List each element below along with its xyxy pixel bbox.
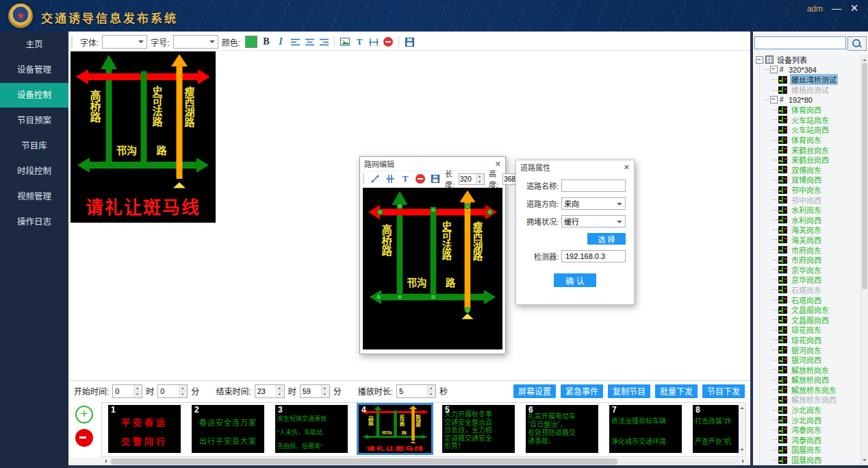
detector-input[interactable] <box>564 251 623 261</box>
tree-node[interactable]: 文昌阁岗东 <box>754 305 860 315</box>
tree-node-label[interactable]: 琼花岗东 <box>790 324 823 335</box>
program-thumbnail-2[interactable]: 2 春运安全连万家 出行平安靠大家 <box>192 405 264 453</box>
detector-field[interactable] <box>561 250 626 262</box>
tree-node[interactable]: 水利岗西 <box>754 215 860 225</box>
tree-node-label[interactable]: 水利岗东 <box>790 204 823 215</box>
tree-vertical-scrollbar[interactable] <box>860 55 868 465</box>
tree-node[interactable]: 邗中岗西 <box>754 195 860 205</box>
tree-node-label[interactable]: 水利岗西 <box>790 214 823 225</box>
draw-line-icon[interactable] <box>370 173 381 185</box>
tree-node-label[interactable]: 体育岗东 <box>790 134 823 145</box>
end-hour-spinner[interactable] <box>255 384 285 398</box>
sidebar-item-program-plan[interactable]: 节目预案 <box>0 108 68 133</box>
marquee-tool-icon[interactable] <box>368 36 379 48</box>
align-right-icon[interactable] <box>318 36 329 48</box>
tree-node[interactable]: 来鹤台岗东 <box>754 145 860 155</box>
tree-node[interactable]: 解放桥岗西 <box>754 375 860 385</box>
tree-node-label[interactable]: 来鹤台岗西 <box>790 154 830 165</box>
tree-node-label[interactable]: 沙北岗东 <box>790 404 823 415</box>
tree-expander-icon[interactable] <box>770 96 778 103</box>
tree-node[interactable]: 鸿泰岗东 <box>754 425 860 435</box>
tree-node[interactable]: 解放桥东岗西 <box>754 395 860 405</box>
road-name-input[interactable] <box>564 181 623 190</box>
tree-node[interactable]: 海关岗东 <box>754 225 860 235</box>
end-minute-input[interactable] <box>301 385 321 397</box>
device-search-input[interactable] <box>754 36 846 49</box>
tree-node[interactable]: 320*384 <box>754 65 860 75</box>
spinner-arrows[interactable] <box>321 385 329 397</box>
led-sign-preview[interactable] <box>71 51 216 223</box>
tree-node[interactable]: 解放桥东岗东 <box>754 385 860 395</box>
end-minute-spinner[interactable] <box>300 384 330 398</box>
close-icon[interactable]: ✕ <box>495 160 501 169</box>
search-button[interactable] <box>847 36 867 51</box>
program-thumbnail-3[interactable]: 3 发生轻微交通事故 “人未伤，车能动, 先拍照，后撤离” <box>275 405 348 453</box>
tree-node-label[interactable]: 海关岗东 <box>790 224 823 235</box>
tree-node[interactable]: 沙北岗东 <box>754 405 860 415</box>
tree-node-label[interactable]: 火车站岗西 <box>790 124 830 135</box>
tree-node-label[interactable]: 双博岗东 <box>790 164 823 175</box>
batch-send-button[interactable]: 批量下发 <box>655 384 698 398</box>
tree-node[interactable]: 鸿泰岗西 <box>754 435 860 445</box>
tree-node[interactable]: 火车站岗西 <box>754 125 860 135</box>
program-thumbnail-1[interactable]: 1 平安春运 交警同行 <box>108 405 181 453</box>
tree-node[interactable]: 琼花岗西 <box>754 335 860 345</box>
start-hour-spinner[interactable] <box>112 384 142 398</box>
tree-node-label[interactable]: 螺丝湾桥测试 <box>790 74 838 85</box>
add-program-button[interactable] <box>75 406 93 423</box>
duration-spinner[interactable] <box>396 384 436 398</box>
tree-node-label[interactable]: 来鹤台岗东 <box>790 145 830 156</box>
strip-horizontal-scrollbar[interactable] <box>68 458 750 465</box>
tree-node-label[interactable]: 维扬岗测试 <box>790 84 830 95</box>
sidebar-item-video-management[interactable]: 视频管理 <box>0 184 68 209</box>
tree-node-label[interactable]: 解放桥岗西 <box>790 374 830 385</box>
tree-node[interactable]: 国展岗东 <box>754 445 860 455</box>
delete-element-icon[interactable] <box>415 173 426 185</box>
sidebar-item-device-management[interactable]: 设备管理 <box>0 58 68 82</box>
remove-program-button[interactable] <box>75 429 93 447</box>
tree-node-label[interactable]: 石塔岗东 <box>790 284 823 295</box>
tree-node-label[interactable]: 文昌阁岗西 <box>790 315 830 325</box>
tree-node-label[interactable]: 琼花岗西 <box>790 334 823 345</box>
tree-node-label[interactable]: 鸿泰岗西 <box>790 434 823 445</box>
tree-node-label[interactable]: 国展岗东 <box>790 444 823 455</box>
scrollbar-thumb[interactable] <box>862 63 867 289</box>
align-left-icon[interactable] <box>290 36 301 48</box>
tree-node[interactable]: 设备列表 <box>754 55 860 65</box>
tree-node[interactable]: 双博岗东 <box>754 165 860 175</box>
program-thumbnail-4-selected[interactable]: 4 <box>359 405 431 453</box>
road-name-field[interactable] <box>561 180 626 192</box>
tree-node-label[interactable]: 市府岗东 <box>790 245 823 256</box>
tree-node-label[interactable]: 石塔岗西 <box>790 295 823 306</box>
sidebar-item-time-control[interactable]: 时段控制 <box>0 159 68 184</box>
tree-node[interactable]: 京华岗西 <box>754 275 860 285</box>
program-canvas[interactable]: 路网编辑 ✕ T 长度: <box>68 51 750 380</box>
tree-expander-icon[interactable] <box>756 56 763 64</box>
scrollbar-thumb[interactable] <box>111 458 617 465</box>
tree-node-label[interactable]: 双博岗西 <box>790 174 823 185</box>
tree-node[interactable]: 银河岗东 <box>754 345 860 355</box>
tree-node[interactable]: 沙北岗西 <box>754 415 860 425</box>
length-spinner[interactable] <box>459 173 485 185</box>
scroll-left-icon[interactable] <box>103 459 107 463</box>
tree-node[interactable]: 192*80 <box>754 95 860 105</box>
spinner-arrows[interactable] <box>133 385 142 397</box>
color-swatch[interactable] <box>245 36 257 48</box>
sidebar-item-program-library[interactable]: 节目库 <box>0 134 68 158</box>
tree-node-label[interactable]: 银河岗西 <box>790 354 823 365</box>
tree-node[interactable]: 水利岗东 <box>754 205 860 215</box>
dialog-titlebar[interactable]: 道路属性 ✕ <box>516 160 634 174</box>
node-tool-icon[interactable] <box>385 173 396 185</box>
copy-program-button[interactable]: 复制节目 <box>608 384 650 398</box>
tree-node[interactable]: 市府岗西 <box>754 255 860 265</box>
tree-node-label[interactable]: 京华岗东 <box>790 264 823 275</box>
minimize-button[interactable]: — <box>830 1 843 15</box>
program-thumbnail-6[interactable]: 6 扎实开展电动车 “百日整治”， 有效预防道路交 通事故。 <box>526 405 598 453</box>
tree-node[interactable]: 石塔岗东 <box>754 285 860 295</box>
tree-node-label[interactable]: 沙北岗西 <box>790 415 823 426</box>
spinner-arrows[interactable] <box>427 385 435 397</box>
save-icon[interactable] <box>404 36 415 48</box>
tree-node[interactable]: 螺丝湾桥测试 <box>754 75 860 85</box>
congestion-select[interactable]: 缓行 <box>561 215 626 227</box>
italic-button[interactable]: I <box>275 36 286 48</box>
